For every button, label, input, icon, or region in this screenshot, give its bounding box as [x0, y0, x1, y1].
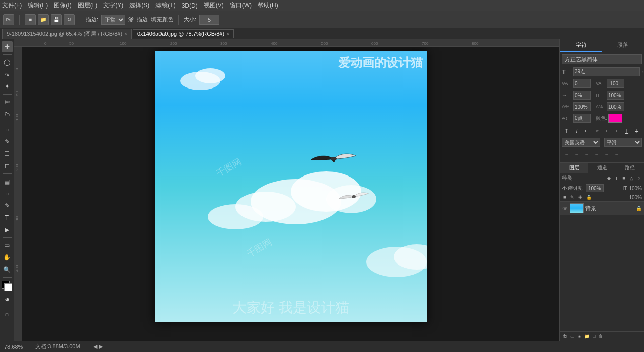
svg-text:800: 800: [472, 41, 479, 46]
tool-brush[interactable]: ✎: [2, 136, 13, 147]
align-center[interactable]: ≡: [572, 150, 581, 159]
mode-select[interactable]: 正常: [101, 15, 125, 25]
tool-pen[interactable]: ✎: [2, 200, 13, 211]
filter-btn5[interactable]: ○: [636, 175, 642, 181]
tool-dodge[interactable]: ○: [2, 188, 13, 199]
add-fx-btn[interactable]: fx: [562, 333, 569, 339]
align-right[interactable]: ≡: [582, 150, 591, 159]
kerning-input[interactable]: [607, 79, 624, 88]
new-layer-btn[interactable]: □: [591, 333, 597, 339]
style-underline[interactable]: T: [622, 126, 631, 135]
style-upper[interactable]: TT: [582, 126, 591, 135]
tool-zoom[interactable]: 🔍: [2, 264, 13, 275]
tab-close-2[interactable]: ×: [226, 31, 229, 37]
ruler-vertical: 0 50 100 200 300 400: [14, 47, 22, 341]
baseline-input[interactable]: [573, 114, 591, 123]
menu-help[interactable]: 帮助(H): [258, 1, 278, 10]
style-buttons: T T TT Tt T T T T: [562, 126, 642, 135]
toolbar-history[interactable]: ↻: [64, 14, 75, 25]
tab-paragraph[interactable]: 段落: [602, 39, 645, 52]
filter-btn4[interactable]: △: [628, 175, 635, 181]
tracking-input[interactable]: [573, 79, 591, 88]
toolbar-save[interactable]: 💾: [51, 14, 62, 25]
style-italic[interactable]: T: [572, 126, 581, 135]
zoom-level: 78.68%: [4, 344, 23, 350]
tool-screen-mode[interactable]: □: [2, 309, 13, 320]
layers-tab-paths[interactable]: 路径: [616, 163, 644, 173]
font-name-input[interactable]: [562, 54, 642, 64]
menu-layer[interactable]: 图层(L): [78, 1, 98, 10]
style-strikethrough[interactable]: T: [632, 126, 641, 135]
tool-eyedropper[interactable]: 🗁: [2, 109, 13, 120]
menu-3d[interactable]: 3D(D): [182, 2, 198, 9]
percent2-input[interactable]: [607, 102, 624, 111]
layer-lock-icon[interactable]: 🔒: [636, 206, 642, 211]
font-size-label: T: [562, 69, 572, 75]
opacity-input[interactable]: [586, 184, 604, 192]
tool-path-select[interactable]: ▶: [2, 224, 13, 235]
toolbar-open[interactable]: 📁: [38, 14, 49, 25]
svg-text:300: 300: [15, 214, 19, 221]
tab-file1[interactable]: 9-180913154002.jpg @ 65.4% (图层 / RGB/8#)…: [2, 29, 132, 39]
tool-quickmask[interactable]: ◕: [2, 294, 13, 305]
new-group-btn[interactable]: 📁: [583, 333, 591, 339]
new-adjustment-btn[interactable]: ◈: [576, 333, 583, 339]
size-input[interactable]: [199, 15, 219, 25]
font-size-input[interactable]: [573, 67, 640, 76]
foreground-color[interactable]: [2, 281, 13, 292]
filter-btn3[interactable]: ■: [621, 175, 626, 181]
tool-type[interactable]: T: [2, 212, 13, 223]
justify-center[interactable]: ≡: [602, 150, 611, 159]
tool-shape[interactable]: ▭: [2, 240, 13, 251]
menu-view[interactable]: 视图(V): [204, 1, 224, 10]
align-left[interactable]: ≡: [562, 150, 571, 159]
menu-edit[interactable]: 编辑(E): [28, 1, 48, 10]
style-sub[interactable]: T: [612, 126, 621, 135]
menu-file[interactable]: 文件(F): [2, 1, 22, 10]
tab-close-1[interactable]: ×: [124, 31, 127, 37]
layers-tab-layers[interactable]: 图层: [560, 163, 588, 173]
justify-right[interactable]: ≡: [612, 150, 621, 159]
layer-eye[interactable]: 👁: [562, 205, 568, 211]
menu-window[interactable]: 窗口(W): [230, 1, 252, 10]
menu-filter[interactable]: 滤镜(T): [155, 1, 175, 10]
tool-eraser[interactable]: ◻: [2, 160, 13, 171]
filter-btn2[interactable]: T: [614, 175, 620, 181]
style-small-caps[interactable]: Tt: [592, 126, 601, 135]
lock-all[interactable]: 🔒: [585, 194, 593, 200]
lock-paint[interactable]: ✎: [569, 194, 576, 200]
tool-clone[interactable]: ☐: [2, 148, 13, 159]
toolbar-new[interactable]: ■: [25, 14, 36, 25]
tool-lasso[interactable]: ∿: [2, 69, 13, 80]
tab-character[interactable]: 字符: [560, 39, 602, 52]
tool-crop[interactable]: ✄: [2, 97, 13, 108]
menu-select[interactable]: 选择(S): [129, 1, 149, 10]
tool-gradient[interactable]: ▤: [2, 176, 13, 187]
filter-btn1[interactable]: ◆: [606, 175, 612, 181]
toolbar-ps-icon[interactable]: Ps: [3, 14, 14, 25]
percent-input[interactable]: [573, 102, 591, 111]
layer-item-background[interactable]: 👁 背景 🔒: [560, 202, 644, 215]
language-select[interactable]: 美国英语: [562, 138, 600, 147]
tab-file2[interactable]: 0x1406a0a0.jpg @ 78.7%(RGB/8#) ×: [133, 29, 234, 38]
smooth-select[interactable]: 平滑: [604, 138, 642, 147]
tool-marquee[interactable]: ◯: [2, 57, 13, 68]
add-mask-btn[interactable]: ▭: [569, 333, 576, 339]
canvas-viewport[interactable]: 千图网 千图网 大家好 我是设计猫 爱动画的设计猫: [22, 47, 559, 341]
scale-v-input[interactable]: [607, 91, 624, 100]
tool-magic-wand[interactable]: ✦: [2, 81, 13, 92]
justify-full[interactable]: ≡: [592, 150, 601, 159]
style-bold[interactable]: T: [562, 126, 571, 135]
scale-h-input[interactable]: [573, 91, 591, 100]
menu-type[interactable]: 文字(Y): [103, 1, 123, 10]
tool-move[interactable]: ✚: [2, 41, 13, 52]
menu-image[interactable]: 图像(I): [54, 1, 71, 10]
tool-healing[interactable]: ○: [2, 124, 13, 135]
lock-move[interactable]: ✚: [577, 194, 584, 200]
layers-tab-channels[interactable]: 通道: [588, 163, 616, 173]
lock-transparent[interactable]: ■: [562, 194, 568, 200]
color-swatch[interactable]: [608, 114, 622, 123]
style-super[interactable]: T: [602, 126, 611, 135]
tool-hand[interactable]: ✋: [2, 252, 13, 263]
delete-layer-btn[interactable]: 🗑: [597, 333, 604, 339]
